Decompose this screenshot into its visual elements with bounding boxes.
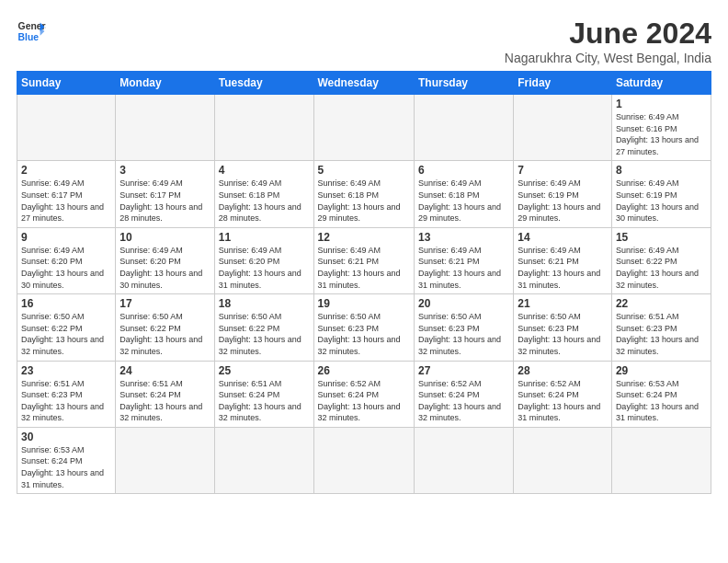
- day-info: Sunrise: 6:51 AM Sunset: 6:24 PM Dayligh…: [219, 378, 310, 424]
- day-info: Sunrise: 6:50 AM Sunset: 6:23 PM Dayligh…: [518, 311, 608, 357]
- day-info: Sunrise: 6:49 AM Sunset: 6:20 PM Dayligh…: [21, 245, 111, 291]
- day-info: Sunrise: 6:53 AM Sunset: 6:24 PM Dayligh…: [616, 378, 707, 424]
- day-number: 20: [418, 297, 509, 310]
- col-tuesday: Tuesday: [214, 72, 313, 95]
- calendar-week-row: 23Sunrise: 6:51 AM Sunset: 6:23 PM Dayli…: [17, 361, 711, 427]
- calendar-cell: 30Sunrise: 6:53 AM Sunset: 6:24 PM Dayli…: [17, 427, 116, 493]
- calendar-cell: 3Sunrise: 6:49 AM Sunset: 6:17 PM Daylig…: [116, 161, 214, 227]
- calendar-cell: [414, 427, 513, 493]
- calendar-cell: 25Sunrise: 6:51 AM Sunset: 6:24 PM Dayli…: [214, 361, 313, 427]
- header: General Blue June 2024 Nagarukhra City, …: [17, 17, 711, 65]
- calendar-cell: 23Sunrise: 6:51 AM Sunset: 6:23 PM Dayli…: [17, 361, 116, 427]
- day-info: Sunrise: 6:50 AM Sunset: 6:22 PM Dayligh…: [219, 311, 310, 357]
- day-info: Sunrise: 6:51 AM Sunset: 6:24 PM Dayligh…: [119, 378, 210, 424]
- calendar-cell: 22Sunrise: 6:51 AM Sunset: 6:23 PM Dayli…: [611, 294, 711, 361]
- day-info: Sunrise: 6:49 AM Sunset: 6:17 PM Dayligh…: [119, 178, 210, 224]
- day-number: 29: [616, 364, 707, 377]
- calendar-cell: [514, 95, 612, 161]
- calendar-cell: 14Sunrise: 6:49 AM Sunset: 6:21 PM Dayli…: [514, 227, 612, 293]
- page: General Blue June 2024 Nagarukhra City, …: [0, 0, 728, 503]
- day-info: Sunrise: 6:51 AM Sunset: 6:23 PM Dayligh…: [21, 378, 111, 424]
- day-number: 27: [418, 364, 509, 377]
- day-number: 3: [119, 164, 210, 177]
- day-info: Sunrise: 6:49 AM Sunset: 6:20 PM Dayligh…: [119, 245, 210, 291]
- day-info: Sunrise: 6:49 AM Sunset: 6:19 PM Dayligh…: [518, 178, 608, 224]
- title-block: June 2024 Nagarukhra City, West Bengal, …: [505, 17, 711, 65]
- day-number: 15: [616, 231, 707, 244]
- day-info: Sunrise: 6:49 AM Sunset: 6:18 PM Dayligh…: [318, 178, 410, 224]
- svg-text:Blue: Blue: [18, 32, 40, 42]
- calendar-cell: [414, 95, 513, 161]
- calendar-cell: 27Sunrise: 6:52 AM Sunset: 6:24 PM Dayli…: [414, 361, 513, 427]
- day-number: 23: [21, 364, 111, 377]
- calendar-cell: 6Sunrise: 6:49 AM Sunset: 6:18 PM Daylig…: [414, 161, 513, 227]
- col-thursday: Thursday: [414, 72, 513, 95]
- day-info: Sunrise: 6:52 AM Sunset: 6:24 PM Dayligh…: [318, 378, 410, 424]
- calendar-cell: 9Sunrise: 6:49 AM Sunset: 6:20 PM Daylig…: [17, 227, 116, 293]
- day-number: 19: [318, 297, 410, 310]
- calendar-cell: [313, 95, 414, 161]
- day-number: 2: [21, 164, 111, 177]
- calendar-cell: 15Sunrise: 6:49 AM Sunset: 6:22 PM Dayli…: [611, 227, 711, 293]
- month-title: June 2024: [505, 17, 711, 51]
- day-info: Sunrise: 6:49 AM Sunset: 6:19 PM Dayligh…: [616, 178, 707, 224]
- col-friday: Friday: [514, 72, 612, 95]
- day-number: 14: [518, 231, 608, 244]
- day-info: Sunrise: 6:52 AM Sunset: 6:24 PM Dayligh…: [418, 378, 509, 424]
- calendar-week-row: 9Sunrise: 6:49 AM Sunset: 6:20 PM Daylig…: [17, 227, 711, 293]
- calendar-cell: 7Sunrise: 6:49 AM Sunset: 6:19 PM Daylig…: [514, 161, 612, 227]
- calendar-cell: [611, 427, 711, 493]
- location: Nagarukhra City, West Bengal, India: [505, 51, 711, 65]
- col-wednesday: Wednesday: [313, 72, 414, 95]
- calendar-cell: [514, 427, 612, 493]
- day-number: 13: [418, 231, 509, 244]
- day-info: Sunrise: 6:50 AM Sunset: 6:22 PM Dayligh…: [21, 311, 111, 357]
- calendar-cell: 2Sunrise: 6:49 AM Sunset: 6:17 PM Daylig…: [17, 161, 116, 227]
- calendar-cell: 26Sunrise: 6:52 AM Sunset: 6:24 PM Dayli…: [313, 361, 414, 427]
- day-info: Sunrise: 6:49 AM Sunset: 6:22 PM Dayligh…: [616, 245, 707, 291]
- calendar-cell: 12Sunrise: 6:49 AM Sunset: 6:21 PM Dayli…: [313, 227, 414, 293]
- day-info: Sunrise: 6:49 AM Sunset: 6:18 PM Dayligh…: [418, 178, 509, 224]
- col-sunday: Sunday: [17, 72, 116, 95]
- col-saturday: Saturday: [611, 72, 711, 95]
- calendar-table: Sunday Monday Tuesday Wednesday Thursday…: [17, 71, 711, 494]
- day-number: 7: [518, 164, 608, 177]
- calendar-header-row: Sunday Monday Tuesday Wednesday Thursday…: [17, 72, 711, 95]
- calendar-cell: [116, 427, 214, 493]
- day-number: 16: [21, 297, 111, 310]
- calendar-cell: 16Sunrise: 6:50 AM Sunset: 6:22 PM Dayli…: [17, 294, 116, 361]
- day-info: Sunrise: 6:52 AM Sunset: 6:24 PM Dayligh…: [518, 378, 608, 424]
- calendar-cell: [313, 427, 414, 493]
- calendar-cell: 4Sunrise: 6:49 AM Sunset: 6:18 PM Daylig…: [214, 161, 313, 227]
- logo: General Blue: [17, 17, 46, 46]
- day-info: Sunrise: 6:50 AM Sunset: 6:23 PM Dayligh…: [418, 311, 509, 357]
- calendar-week-row: 2Sunrise: 6:49 AM Sunset: 6:17 PM Daylig…: [17, 161, 711, 227]
- day-info: Sunrise: 6:49 AM Sunset: 6:16 PM Dayligh…: [616, 111, 707, 157]
- day-number: 17: [119, 297, 210, 310]
- generalblue-logo-icon: General Blue: [17, 17, 46, 46]
- calendar-cell: 28Sunrise: 6:52 AM Sunset: 6:24 PM Dayli…: [514, 361, 612, 427]
- day-number: 6: [418, 164, 509, 177]
- calendar-week-row: 1Sunrise: 6:49 AM Sunset: 6:16 PM Daylig…: [17, 95, 711, 161]
- day-number: 8: [616, 164, 707, 177]
- calendar-cell: 5Sunrise: 6:49 AM Sunset: 6:18 PM Daylig…: [313, 161, 414, 227]
- col-monday: Monday: [116, 72, 214, 95]
- calendar-week-row: 16Sunrise: 6:50 AM Sunset: 6:22 PM Dayli…: [17, 294, 711, 361]
- calendar-cell: 21Sunrise: 6:50 AM Sunset: 6:23 PM Dayli…: [514, 294, 612, 361]
- calendar-cell: 24Sunrise: 6:51 AM Sunset: 6:24 PM Dayli…: [116, 361, 214, 427]
- day-info: Sunrise: 6:51 AM Sunset: 6:23 PM Dayligh…: [616, 311, 707, 357]
- day-number: 26: [318, 364, 410, 377]
- calendar-cell: 8Sunrise: 6:49 AM Sunset: 6:19 PM Daylig…: [611, 161, 711, 227]
- calendar-cell: 17Sunrise: 6:50 AM Sunset: 6:22 PM Dayli…: [116, 294, 214, 361]
- calendar-cell: [214, 95, 313, 161]
- day-info: Sunrise: 6:49 AM Sunset: 6:17 PM Dayligh…: [21, 178, 111, 224]
- day-info: Sunrise: 6:49 AM Sunset: 6:21 PM Dayligh…: [518, 245, 608, 291]
- day-number: 21: [518, 297, 608, 310]
- day-number: 1: [616, 98, 707, 110]
- day-number: 18: [219, 297, 310, 310]
- day-number: 22: [616, 297, 707, 310]
- day-number: 9: [21, 231, 111, 244]
- calendar-cell: [116, 95, 214, 161]
- day-number: 5: [318, 164, 410, 177]
- day-number: 24: [119, 364, 210, 377]
